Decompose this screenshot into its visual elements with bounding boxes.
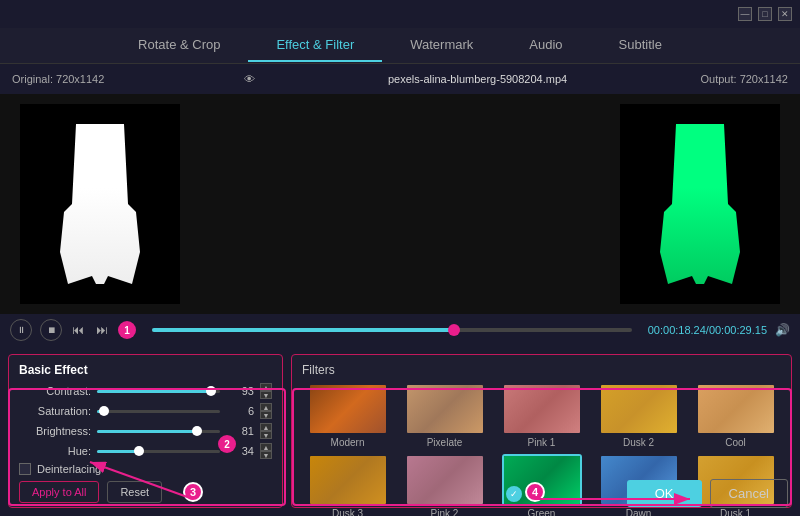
- brightness-stepper[interactable]: ▲ ▼: [260, 423, 272, 439]
- annotation-3: 3: [183, 482, 203, 502]
- preview-filtered: [620, 104, 780, 304]
- hue-stepper[interactable]: ▲ ▼: [260, 443, 272, 459]
- saturation-label: Saturation:: [19, 405, 91, 417]
- contrast-slider[interactable]: [97, 384, 220, 398]
- hue-up[interactable]: ▲: [260, 443, 272, 451]
- close-button[interactable]: ✕: [778, 7, 792, 21]
- deinterlace-label: Deinterlacing: [37, 463, 101, 475]
- drip-green-shape: [660, 124, 740, 284]
- footer-bar: OK Cancel: [627, 479, 788, 508]
- next-button[interactable]: ⏭: [94, 321, 110, 339]
- filter-modern[interactable]: Modern: [302, 383, 393, 448]
- playback-bar: ⏸ ⏹ ⏮ ⏭ 1 00:00:18.24/00:00:29.15 🔊: [0, 314, 800, 346]
- cancel-button[interactable]: Cancel: [710, 479, 788, 508]
- hue-row: Hue: 34 ▲ ▼: [19, 443, 272, 459]
- time-display: 00:00:18.24/00:00:29.15: [648, 324, 767, 336]
- ok-button[interactable]: OK: [627, 480, 702, 507]
- saturation-thumb[interactable]: [99, 406, 109, 416]
- brightness-down[interactable]: ▼: [260, 431, 272, 439]
- basic-effect-title: Basic Effect: [19, 363, 272, 377]
- filter-pixelate[interactable]: Pixelate: [399, 383, 490, 448]
- saturation-down[interactable]: ▼: [260, 411, 272, 419]
- brightness-up[interactable]: ▲: [260, 423, 272, 431]
- filter-selected-check: ✓: [506, 486, 522, 502]
- deinterlace-checkbox[interactable]: [19, 463, 31, 475]
- hue-thumb[interactable]: [134, 446, 144, 456]
- eye-icon[interactable]: 👁: [244, 73, 255, 85]
- filename: pexels-alina-blumberg-5908204.mp4: [388, 73, 567, 85]
- saturation-row: Saturation: 6 ▲ ▼: [19, 403, 272, 419]
- brightness-label: Brightness:: [19, 425, 91, 437]
- timeline-track[interactable]: [152, 328, 632, 332]
- contrast-down[interactable]: ▼: [260, 391, 272, 399]
- basic-effect-panel: Basic Effect Contrast: 93 ▲ ▼ Satur: [8, 354, 283, 508]
- annotation-4: 4: [525, 482, 545, 502]
- app-container: — □ ✕ Rotate & Crop Effect & Filter Wate…: [0, 0, 800, 516]
- contrast-value: 93: [226, 385, 254, 397]
- prev-button[interactable]: ⏮: [70, 321, 86, 339]
- saturation-value: 6: [226, 405, 254, 417]
- filter-pink2[interactable]: Pink 2: [399, 454, 490, 516]
- brightness-slider[interactable]: [97, 424, 220, 438]
- info-bar: Original: 720x1142 👁 pexels-alina-blumbe…: [0, 64, 800, 94]
- saturation-up[interactable]: ▲: [260, 403, 272, 411]
- drip-white-shape: [60, 124, 140, 284]
- stop-button[interactable]: ⏹: [40, 319, 62, 341]
- filter-cool[interactable]: Cool: [690, 383, 781, 448]
- contrast-thumb[interactable]: [206, 386, 216, 396]
- timeline-progress: [152, 328, 454, 332]
- volume-icon[interactable]: 🔊: [775, 323, 790, 337]
- reset-button[interactable]: Reset: [107, 481, 162, 503]
- pause-button[interactable]: ⏸: [10, 319, 32, 341]
- contrast-up[interactable]: ▲: [260, 383, 272, 391]
- tab-effect-filter[interactable]: Effect & Filter: [248, 29, 382, 62]
- tab-watermark[interactable]: Watermark: [382, 29, 501, 62]
- timeline-thumb[interactable]: [448, 324, 460, 336]
- filter-dusk3[interactable]: Dusk 3: [302, 454, 393, 516]
- hue-value: 34: [226, 445, 254, 457]
- apply-to-all-button[interactable]: Apply to All: [19, 481, 99, 503]
- minimize-button[interactable]: —: [738, 7, 752, 21]
- action-row: Apply to All Reset: [19, 481, 272, 503]
- brightness-fill: [97, 430, 197, 433]
- hue-label: Hue:: [19, 445, 91, 457]
- maximize-button[interactable]: □: [758, 7, 772, 21]
- filter-dusk2[interactable]: Dusk 2: [593, 383, 684, 448]
- tab-bar: Rotate & Crop Effect & Filter Watermark …: [0, 28, 800, 64]
- preview-area: [0, 94, 800, 314]
- original-size: Original: 720x1142: [12, 73, 104, 85]
- filters-title: Filters: [302, 363, 781, 377]
- brightness-value: 81: [226, 425, 254, 437]
- tab-audio[interactable]: Audio: [501, 29, 590, 62]
- output-size: Output: 720x1142: [701, 73, 788, 85]
- filter-pink1[interactable]: Pink 1: [496, 383, 587, 448]
- brightness-row: Brightness: 81 ▲ ▼: [19, 423, 272, 439]
- hue-slider[interactable]: [97, 444, 220, 458]
- hue-fill: [97, 450, 139, 453]
- tab-subtitle[interactable]: Subtitle: [591, 29, 690, 62]
- brightness-thumb[interactable]: [192, 426, 202, 436]
- hue-down[interactable]: ▼: [260, 451, 272, 459]
- contrast-label: Contrast:: [19, 385, 91, 397]
- preview-original: [20, 104, 180, 304]
- saturation-slider[interactable]: [97, 404, 220, 418]
- title-bar: — □ ✕: [0, 0, 800, 28]
- tab-rotate-crop[interactable]: Rotate & Crop: [110, 29, 248, 62]
- contrast-stepper[interactable]: ▲ ▼: [260, 383, 272, 399]
- saturation-stepper[interactable]: ▲ ▼: [260, 403, 272, 419]
- contrast-row: Contrast: 93 ▲ ▼: [19, 383, 272, 399]
- annotation-1: 1: [118, 321, 136, 339]
- deinterlace-row: Deinterlacing: [19, 463, 272, 475]
- contrast-fill: [97, 390, 211, 393]
